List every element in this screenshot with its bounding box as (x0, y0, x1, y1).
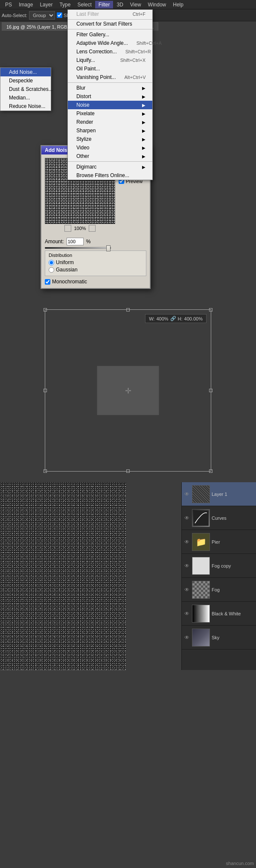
handle-middle-right[interactable] (209, 389, 212, 392)
h-value: 400.00% (184, 316, 203, 321)
watermark: shancun.com (226, 861, 254, 866)
menu-3d[interactable]: 3D (113, 1, 126, 9)
menu-bar: PS Image Layer Type Select Filter 3D Vie… (0, 0, 256, 9)
layer-thumb-bw (192, 605, 210, 623)
menu-render[interactable]: Render ▶ (68, 118, 152, 126)
monochromatic-row[interactable]: Monochromatic (45, 279, 146, 285)
gaussian-radio-row[interactable]: Gaussian (49, 267, 143, 273)
zoom-percent: 100% (74, 226, 86, 231)
menu-ps[interactable]: PS (2, 1, 15, 9)
monochromatic-checkbox[interactable] (45, 279, 50, 285)
menu-other[interactable]: Other ▶ (68, 152, 152, 160)
menu-filter-gallery[interactable]: Filter Gallery... (68, 30, 152, 39)
submenu-median[interactable]: Median... (0, 93, 51, 102)
dialog-controls: Amount: % Distribution Uniform Gaussian … (41, 236, 150, 288)
menu-pixelate[interactable]: Pixelate ▶ (68, 109, 152, 118)
menu-view[interactable]: View (127, 1, 145, 9)
layer-name-curves: Curves (212, 516, 254, 521)
layer-visibility-pier[interactable]: 👁 (183, 539, 190, 545)
group-select[interactable]: Group (29, 11, 55, 20)
layer-visibility-sky[interactable]: 👁 (183, 634, 190, 641)
menu-stylize[interactable]: Stylize ▶ (68, 135, 152, 143)
menu-filter[interactable]: Filter (95, 1, 113, 9)
noise-left-submenu: Add Noise... Despeckle Dust & Scratches.… (0, 67, 51, 111)
layer-row-sky[interactable]: 👁 Sky (182, 626, 256, 650)
handle-bottom-center[interactable] (126, 469, 130, 473)
submenu-add-noise[interactable]: Add Noise... (0, 68, 51, 76)
handle-top-left[interactable] (44, 308, 47, 312)
menu-image[interactable]: Image (15, 1, 36, 9)
layer-visibility-curves[interactable]: 👁 (183, 515, 190, 521)
preview-controls: − 100% + (45, 224, 115, 233)
w-value: 400% (156, 316, 168, 321)
menu-lens-correction[interactable]: Lens Correction... Shift+Ctrl+R (68, 47, 152, 56)
dialog-title: Add Noise (45, 147, 70, 153)
submenu-dust-scratches[interactable]: Dust & Scratches... (0, 85, 51, 93)
submenu-despeckle[interactable]: Despeckle (0, 76, 51, 85)
zoom-in-button[interactable]: + (89, 225, 96, 232)
auto-select-label: Auto-Select: (2, 13, 27, 18)
transform-box[interactable]: W: 400% 🔗 H: 400.00% ✛ (45, 309, 211, 472)
layer-row-fog[interactable]: 👁 Fog (182, 578, 256, 602)
layer-name-pier: Pier (212, 539, 254, 545)
layer-name-fog-copy: Fog copy (212, 563, 254, 568)
menu-window[interactable]: Window (145, 1, 170, 9)
filter-dropdown: Last Filter Ctrl+F Convert for Smart Fil… (67, 9, 153, 180)
menu-last-filter[interactable]: Last Filter Ctrl+F (68, 10, 152, 18)
layer-visibility-fog[interactable]: 👁 (183, 586, 190, 593)
layer-thumb-pier: 📁 (192, 533, 210, 551)
uniform-label: Uniform (56, 259, 74, 265)
link-icon: 🔗 (170, 316, 176, 321)
handle-bottom-right[interactable] (209, 469, 212, 473)
canvas-work-area: W: 400% 🔗 H: 400.00% ✛ (0, 299, 256, 482)
layer-name-fog: Fog (212, 587, 254, 592)
layer-row-bw[interactable]: 👁 Black & White (182, 602, 256, 626)
menu-sharpen[interactable]: Sharpen ▶ (68, 126, 152, 135)
menu-liquify[interactable]: Liquify... Shift+Ctrl+X (68, 56, 152, 64)
menu-convert-smart[interactable]: Convert for Smart Filters (68, 19, 152, 28)
menu-vanishing-point[interactable]: Vanishing Point... Alt+Ctrl+V (68, 73, 152, 82)
menu-adaptive-wide[interactable]: Adaptive Wide Angle... Shift+Ctrl+A (68, 39, 152, 47)
layer-visibility-layer1[interactable]: 👁 (183, 491, 190, 498)
slider-thumb[interactable] (106, 245, 111, 251)
zoom-out-button[interactable]: − (64, 225, 71, 232)
handle-top-right[interactable] (209, 308, 212, 312)
layer-thumb-curves (192, 509, 210, 527)
distribution-legend: Distribution (49, 253, 143, 258)
layer-row-layer1[interactable]: 👁 Layer 1 (182, 482, 256, 506)
handle-bottom-left[interactable] (44, 469, 47, 473)
amount-slider[interactable] (45, 247, 111, 249)
menu-blur[interactable]: Blur ▶ (68, 84, 152, 92)
h-label: H: (178, 316, 183, 321)
menu-noise[interactable]: Noise ▶ (68, 101, 152, 109)
layers-panel: 👁 Layer 1 👁 Curves 👁 📁 Pier 👁 (181, 482, 256, 670)
menu-digimarc[interactable]: Digimarc ▶ (68, 163, 152, 171)
layer-visibility-bw[interactable]: 👁 (183, 610, 190, 617)
layer-thumb-fog-copy (192, 557, 210, 575)
layer-visibility-fog-copy[interactable]: 👁 (183, 562, 190, 569)
amount-row: Amount: % (45, 238, 146, 245)
menu-sep-1 (68, 29, 152, 29)
uniform-radio-row[interactable]: Uniform (49, 259, 143, 265)
submenu-reduce-noise[interactable]: Reduce Noise... (0, 102, 51, 111)
menu-select[interactable]: Select (74, 1, 95, 9)
menu-distort[interactable]: Distort ▶ (68, 92, 152, 101)
menu-browse-filters[interactable]: Browse Filters Online... (68, 171, 152, 180)
amount-input[interactable] (67, 238, 84, 245)
layer-name-sky: Sky (212, 635, 254, 640)
layer-row-curves[interactable]: 👁 Curves (182, 506, 256, 530)
layer-row-fog-copy[interactable]: 👁 Fog copy (182, 554, 256, 578)
handle-middle-left[interactable] (44, 389, 47, 392)
gaussian-radio[interactable] (49, 267, 54, 273)
layer-row-pier[interactable]: 👁 📁 Pier (182, 530, 256, 554)
menu-layer[interactable]: Layer (36, 1, 56, 9)
menu-help[interactable]: Help (169, 1, 187, 9)
uniform-radio[interactable] (49, 260, 54, 265)
layer-name-layer1: Layer 1 (212, 492, 254, 497)
menu-type[interactable]: Type (56, 1, 74, 9)
wh-display: W: 400% 🔗 H: 400.00% (145, 314, 207, 323)
menu-oil-paint[interactable]: Oil Paint... (68, 64, 152, 73)
handle-top-center[interactable] (126, 308, 130, 312)
menu-video[interactable]: Video ▶ (68, 143, 152, 152)
layer-name-bw: Black & White (212, 611, 254, 616)
